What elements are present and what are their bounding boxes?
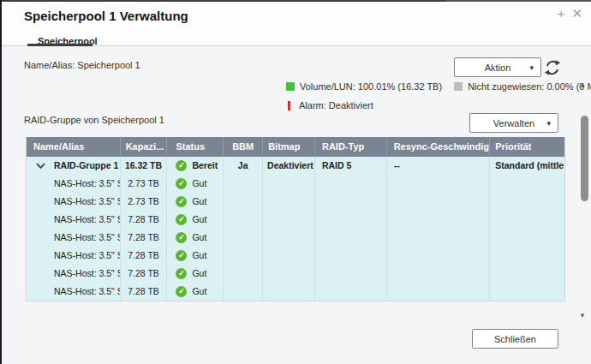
row-capacity: 7.28 TB: [121, 229, 168, 247]
col-header-bbm[interactable]: BBM: [224, 137, 263, 157]
status-label: Gut: [192, 229, 206, 247]
status-ok-icon: ✓: [176, 160, 187, 171]
row-capacity: 7.28 TB: [121, 211, 168, 229]
legend-alarm-text: Alarm: Deaktiviert: [299, 100, 373, 110]
unassigned-swatch-icon: [454, 82, 463, 91]
row-bitmap: [263, 283, 315, 301]
dialog-titlebar: Speicherpool 1 Verwaltung + ✕ Speicherpo…: [2, 2, 591, 46]
raid-section-title: RAID-Gruppe von Speicherpool 1: [24, 115, 164, 125]
scrollbar-down-icon[interactable]: ▼: [579, 312, 586, 319]
row-bitmap: [263, 193, 315, 211]
col-header-prioritaet[interactable]: Priorität: [490, 137, 564, 157]
disk-row[interactable]: NAS-Host: 3.5" SAT...7.28 TB✓Gut: [27, 265, 564, 283]
row-raid_type: [315, 229, 387, 247]
col-header-status[interactable]: Status: [167, 137, 224, 157]
row-status: ✓Gut: [167, 265, 224, 283]
legend-unassigned-text: Nicht zugewiesen: 0.00% (0 MB): [468, 81, 591, 92]
row-raid_type: [315, 265, 387, 283]
row-priority: Standard (mittlere: [490, 157, 564, 175]
row-capacity: 7.28 TB: [121, 247, 168, 265]
legend-volume-text: Volume/LUN: 100.01% (16.32 TB): [300, 81, 442, 92]
disk-row[interactable]: NAS-Host: 3.5" SAT...2.73 TB✓Gut: [27, 175, 564, 193]
row-bitmap: [263, 247, 315, 265]
chevron-down-icon: ▾: [546, 118, 551, 127]
col-header-raid-typ[interactable]: RAID-Typ: [315, 137, 387, 157]
status-ok-icon: ✓: [176, 214, 187, 225]
row-name: NAS-Host: 3.5" SAT...: [54, 193, 121, 211]
status-ok-icon: ✓: [176, 178, 187, 189]
row-name: NAS-Host: 3.5" SAT...: [54, 265, 121, 283]
col-header-resync[interactable]: Resync-Geschwindigk...: [387, 137, 491, 157]
row-resync: [387, 265, 491, 283]
col-header-capacity[interactable]: Kapazi...: [121, 137, 168, 157]
alarm-legend: Alarm: Deaktiviert: [288, 100, 373, 110]
legend-unassigned: Nicht zugewiesen: 0.00% (0 MB): [454, 81, 591, 92]
row-status: ✓Bereit: [167, 157, 224, 175]
row-bitmap: Deaktiviert: [263, 157, 315, 175]
status-label: Gut: [192, 265, 206, 283]
status-ok-icon: ✓: [176, 268, 187, 279]
schliessen-button[interactable]: Schließen: [472, 329, 558, 349]
aktion-button[interactable]: Aktion ▾: [454, 57, 541, 77]
row-raid_type: [315, 247, 387, 265]
tab-speicherpool[interactable]: Speicherpool: [27, 33, 108, 51]
refresh-icon[interactable]: [544, 59, 561, 76]
close-icon[interactable]: ✕: [571, 7, 582, 21]
row-capacity: 2.73 TB: [121, 193, 168, 211]
status-ok-icon: ✓: [176, 196, 187, 207]
row-status: ✓Gut: [167, 229, 224, 247]
disk-row[interactable]: NAS-Host: 3.5" SAT...2.73 TB✓Gut: [27, 193, 564, 211]
pool-name-label: Name/Alias: Speicherpool 1: [24, 60, 140, 70]
status-label: Gut: [192, 175, 206, 193]
row-capacity: 16.32 TB: [121, 157, 168, 175]
window-controls: + ✕: [558, 7, 582, 21]
chevron-down-icon[interactable]: [27, 163, 54, 169]
schliessen-button-label: Schließen: [494, 334, 536, 344]
row-resync: [387, 211, 491, 229]
capacity-legend: Volume/LUN: 100.01% (16.32 TB) Nicht zug…: [286, 81, 591, 92]
disk-row[interactable]: NAS-Host: 3.5" SAT...7.28 TB✓Gut: [27, 283, 564, 301]
row-capacity: 7.28 TB: [121, 283, 168, 301]
aktion-button-label: Aktion: [485, 63, 511, 73]
row-bitmap: [263, 229, 315, 247]
row-raid_type: [315, 211, 387, 229]
row-raid_type: [315, 283, 387, 301]
row-status: ✓Gut: [167, 211, 224, 229]
row-bbm: [224, 229, 263, 247]
row-priority: [490, 247, 564, 265]
verwalten-button-label: Verwalten: [493, 118, 534, 128]
row-resync: [387, 175, 491, 193]
row-name: NAS-Host: 3.5" SAT...: [54, 211, 121, 229]
row-priority: [490, 229, 564, 247]
disk-row[interactable]: NAS-Host: 3.5" SAT...7.28 TB✓Gut: [27, 247, 564, 265]
col-header-name[interactable]: Name/Alias: [27, 137, 121, 157]
row-priority: [490, 265, 564, 283]
row-capacity: 7.28 TB: [121, 265, 168, 283]
row-resync: [387, 247, 491, 265]
scrollbar-up-icon[interactable]: ▲: [579, 81, 586, 89]
maximize-icon[interactable]: +: [558, 7, 565, 21]
row-priority: [490, 211, 564, 229]
scrollbar-thumb[interactable]: [581, 116, 588, 201]
row-resync: --: [387, 157, 491, 175]
col-header-bitmap[interactable]: Bitmap: [263, 137, 315, 157]
row-bbm: [224, 193, 263, 211]
row-bbm: Ja: [224, 157, 263, 175]
disk-row[interactable]: NAS-Host: 3.5" SAT...7.28 TB✓Gut: [27, 229, 564, 247]
status-ok-icon: ✓: [176, 286, 187, 297]
row-raid_type: [315, 175, 387, 193]
row-capacity: 2.73 TB: [121, 175, 168, 193]
raid-table: Name/Alias Kapazi... Status BBM Bitmap R…: [26, 137, 565, 301]
row-raid_type: RAID 5: [315, 157, 387, 175]
disk-row[interactable]: NAS-Host: 3.5" SAT...7.28 TB✓Gut: [27, 211, 564, 229]
row-name: RAID-Gruppe 1: [54, 157, 118, 175]
row-name: NAS-Host: 3.5" SAT...: [54, 247, 121, 265]
row-name: NAS-Host: 3.5" SAT...: [54, 175, 121, 193]
status-ok-icon: ✓: [176, 232, 187, 243]
verwalten-button[interactable]: Verwalten ▾: [469, 113, 558, 133]
row-bitmap: [263, 211, 315, 229]
row-bbm: [224, 211, 263, 229]
row-priority: [490, 193, 564, 211]
row-status: ✓Gut: [167, 247, 224, 265]
raid-group-row[interactable]: RAID-Gruppe 116.32 TB✓BereitJaDeaktivier…: [27, 157, 564, 175]
